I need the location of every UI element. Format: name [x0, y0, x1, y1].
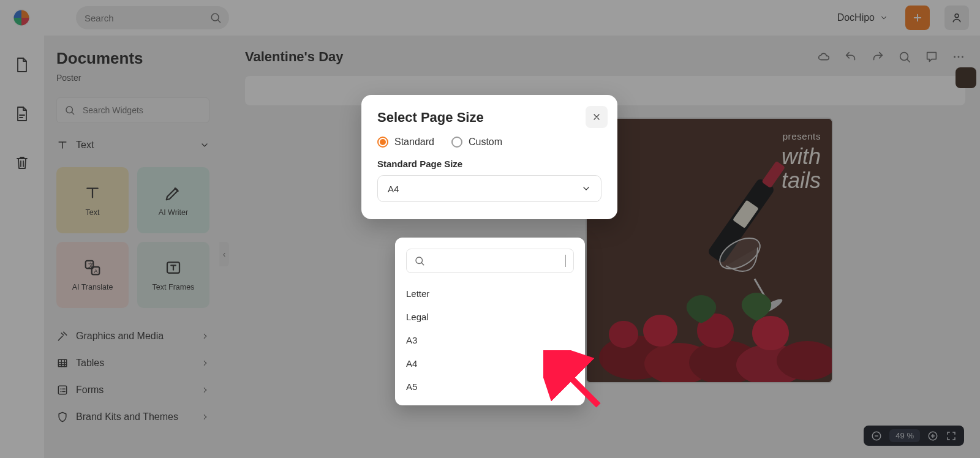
page-size-modal: Select Page Size Standard Custom Standar… [361, 95, 617, 219]
dropdown-option-label: A3 [406, 335, 417, 345]
dropdown-option-label: A5 [406, 381, 417, 392]
modal-close-button[interactable] [586, 106, 608, 128]
chevron-down-icon [581, 184, 591, 193]
dropdown-option[interactable]: Legal [406, 305, 574, 328]
check-icon [564, 358, 574, 369]
dropdown-option[interactable]: A3 [406, 328, 574, 351]
radio-standard-label: Standard [394, 137, 434, 148]
app-root: DocHipo Documents Poster [0, 0, 980, 458]
dropdown-search[interactable] [406, 249, 574, 273]
radio-standard[interactable]: Standard [377, 137, 434, 148]
dropdown-option[interactable]: Letter [406, 282, 574, 305]
dropdown-option[interactable]: A4 [406, 351, 574, 375]
dropdown-options: LetterLegalA3A4A5 [406, 282, 574, 398]
close-icon [592, 112, 601, 122]
dropdown-option-label: A4 [406, 358, 417, 369]
radio-custom-label: Custom [469, 137, 502, 148]
radio-row: Standard Custom [377, 137, 601, 148]
dropdown-option[interactable]: A5 [406, 375, 574, 398]
svg-line-44 [421, 263, 424, 265]
modal-title: Select Page Size [377, 110, 601, 126]
page-size-select[interactable]: A4 [377, 175, 601, 202]
page-size-select-value: A4 [388, 184, 399, 194]
dropdown-option-label: Letter [406, 288, 429, 299]
caret-icon [565, 255, 566, 267]
search-icon [414, 255, 425, 266]
dropdown-option-label: Legal [406, 312, 429, 322]
dropdown-search-input[interactable] [430, 255, 560, 267]
standard-size-label: Standard Page Size [377, 159, 601, 169]
radio-custom[interactable]: Custom [451, 137, 502, 148]
page-size-dropdown: LetterLegalA3A4A5 [395, 238, 585, 405]
